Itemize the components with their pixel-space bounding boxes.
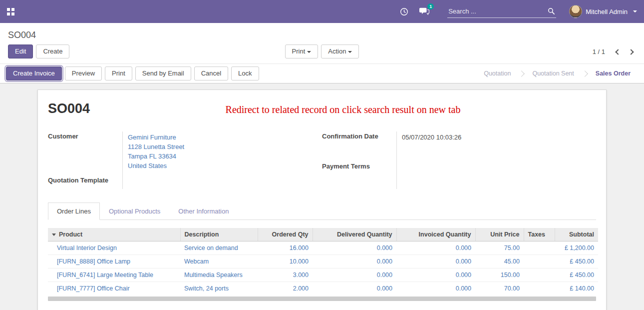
topbar: 1 Mitchell Admin (0, 0, 644, 23)
quotation-template-value (123, 176, 322, 189)
cell-unit-price: 70.00 (475, 282, 524, 296)
column-header-invoiced-quantity[interactable]: Invoiced Quantity (396, 228, 475, 242)
breadcrumb: SO004 (8, 30, 36, 40)
order-line-row[interactable]: Virtual Interior Design Service on deman… (48, 242, 598, 255)
messages-icon[interactable]: 1 (419, 8, 429, 16)
cell-product[interactable]: [FURN_7777] Office Chair (48, 282, 180, 296)
activities-clock-icon[interactable] (400, 8, 408, 16)
search-input[interactable] (447, 5, 556, 18)
statusbar-buttons: Create Invoice Preview Print Send by Ema… (6, 66, 259, 80)
message-count-badge: 1 (427, 4, 434, 10)
cell-invoiced-qty: 0.000 (396, 268, 475, 282)
cell-product[interactable]: Virtual Interior Design (48, 242, 180, 255)
control-panel-left: Edit Create (8, 44, 285, 58)
cell-description[interactable]: Webcam (180, 255, 258, 268)
lock-button[interactable]: Lock (231, 66, 259, 80)
customer-label: Customer (48, 132, 123, 176)
status-step-quotation[interactable]: Quotation (476, 67, 518, 80)
topbar-right: 1 Mitchell Admin (400, 5, 637, 18)
customer-name-link[interactable]: Gemini Furniture (128, 132, 322, 142)
cell-description[interactable]: Switch, 24 ports (180, 282, 258, 296)
cell-description[interactable]: Multimedia Speakers (180, 268, 258, 282)
cell-invoiced-qty: 0.000 (396, 242, 475, 255)
cell-product[interactable]: [FURN_6741] Large Meeting Table (48, 268, 180, 282)
cell-delivered-qty: 0.000 (313, 282, 396, 296)
send-by-email-button[interactable]: Send by Email (135, 66, 191, 80)
column-header-description[interactable]: Description (180, 228, 258, 242)
print-button[interactable]: Print (105, 66, 132, 80)
column-header-taxes[interactable]: Taxes (524, 228, 555, 242)
tab-order-lines[interactable]: Order Lines (48, 202, 100, 220)
sales-order-sheet: SO004 Redirect to related record on clic… (37, 90, 607, 310)
right-field-group: Confirmation Date 05/07/2020 10:03:26 Pa… (322, 132, 596, 189)
page-title: SO004 (48, 101, 90, 116)
user-menu[interactable]: Mitchell Admin (569, 5, 637, 18)
cell-taxes (524, 255, 555, 268)
breadcrumb-row: SO004 (0, 23, 644, 42)
column-header-product[interactable]: Product (48, 228, 180, 242)
apps-menu-icon[interactable] (7, 8, 14, 16)
horizontal-scrollbar[interactable] (48, 296, 596, 301)
status-steps: Quotation Quotation Sent Sales Order (476, 67, 638, 80)
tab-other-information[interactable]: Other Information (169, 202, 238, 220)
sort-caret-icon (52, 234, 56, 236)
payment-terms-label: Payment Terms (322, 162, 397, 190)
cell-taxes (524, 282, 555, 296)
pager: 1 / 1 (359, 46, 636, 58)
confirmation-date-label: Confirmation Date (322, 132, 397, 162)
order-line-row[interactable]: [FURN_8888] Office Lamp Webcam 10.000 0.… (48, 255, 598, 268)
cell-taxes (524, 242, 555, 255)
search-box (447, 5, 556, 18)
column-header-subtotal[interactable]: Subtotal (555, 228, 598, 242)
create-invoice-button[interactable]: Create Invoice (6, 66, 62, 80)
sheet-header: SO004 Redirect to related record on clic… (48, 101, 596, 116)
create-button[interactable]: Create (36, 44, 69, 58)
cell-invoiced-qty: 0.000 (396, 282, 475, 296)
tab-optional-products[interactable]: Optional Products (100, 202, 169, 220)
order-line-row[interactable]: [FURN_6741] Large Meeting Table Multimed… (48, 268, 598, 282)
status-step-sales-order[interactable]: Sales Order (588, 67, 638, 80)
column-header-unit-price[interactable]: Unit Price (475, 228, 524, 242)
search-icon[interactable] (548, 8, 555, 17)
customer-street[interactable]: 1128 Lunetta Street (128, 142, 322, 152)
cell-delivered-qty: 0.000 (313, 268, 396, 282)
pager-next-button[interactable] (626, 46, 636, 58)
customer-city[interactable]: Tampa FL 33634 (128, 152, 322, 161)
cell-product[interactable]: [FURN_8888] Office Lamp (48, 255, 180, 268)
cell-subtotal: £ 1,200.00 (555, 242, 598, 255)
order-line-row[interactable]: [FURN_7777] Office Chair Switch, 24 port… (48, 282, 598, 296)
order-lines-table: Product Description Ordered Qty Delivere… (48, 228, 598, 295)
cell-delivered-qty: 0.000 (313, 242, 396, 255)
print-dropdown-button[interactable]: Print (285, 44, 319, 58)
cell-ordered-qty: 10.000 (258, 255, 313, 268)
step-separator-icon (519, 70, 525, 77)
cell-subtotal: £ 140.00 (555, 282, 598, 296)
step-separator-icon (582, 70, 588, 77)
cell-subtotal: £ 450.00 (555, 255, 598, 268)
cell-unit-price: 75.00 (475, 242, 524, 255)
pager-previous-button[interactable] (613, 46, 623, 58)
quotation-template-label: Quotation Template (48, 176, 123, 189)
cell-unit-price: 150.00 (475, 268, 524, 282)
action-dropdown-button[interactable]: Action (321, 44, 359, 58)
chevron-right-icon (628, 49, 634, 54)
cell-delivered-qty: 0.000 (313, 255, 396, 268)
column-header-ordered-qty[interactable]: Ordered Qty (258, 228, 313, 242)
cell-description[interactable]: Service on demand (180, 242, 258, 255)
control-panel-center: Print Action (285, 44, 359, 58)
annotation-text: Redirect to related record on click sear… (90, 101, 596, 116)
edit-button[interactable]: Edit (8, 44, 33, 58)
cell-taxes (524, 268, 555, 282)
column-header-delivered-quantity[interactable]: Delivered Quantity (313, 228, 396, 242)
preview-button[interactable]: Preview (65, 66, 102, 80)
confirmation-date-value: 05/07/2020 10:03:26 (397, 132, 596, 162)
status-step-quotation-sent[interactable]: Quotation Sent (525, 67, 581, 80)
avatar (569, 5, 582, 18)
cancel-button[interactable]: Cancel (194, 66, 228, 80)
field-groups: Customer Gemini Furniture 1128 Lunetta S… (48, 132, 596, 189)
cell-subtotal: £ 450.00 (555, 268, 598, 282)
cell-ordered-qty: 3.000 (258, 268, 313, 282)
customer-country[interactable]: United States (128, 161, 322, 170)
statusbar: Create Invoice Preview Print Send by Ema… (0, 64, 644, 84)
left-field-group: Customer Gemini Furniture 1128 Lunetta S… (48, 132, 322, 189)
